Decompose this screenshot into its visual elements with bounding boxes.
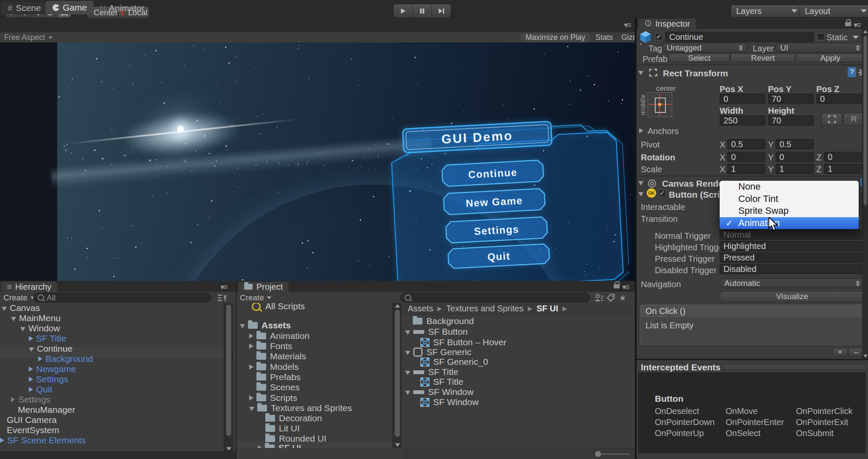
hierarchy-search-input[interactable]: All <box>33 293 211 302</box>
project-tree-item[interactable]: Scripts <box>249 393 297 403</box>
hierarchy-item[interactable]: MenuManager <box>11 405 75 415</box>
zoom-slider[interactable] <box>597 453 630 455</box>
pivot-y-field[interactable]: 0.5 <box>776 139 814 149</box>
project-file[interactable]: SF Window <box>405 387 473 397</box>
project-tree-item-selected[interactable]: SF UI <box>258 443 301 448</box>
project-tree-item[interactable]: Prefabs <box>256 372 300 382</box>
anchors-foldout-icon[interactable] <box>639 128 643 133</box>
width-field[interactable]: 250 <box>720 115 765 126</box>
project-tree-item[interactable]: All Scripts <box>252 303 305 311</box>
menu-item-sprite-swap[interactable]: Sprite Swap <box>720 205 859 217</box>
hierarchy-item-selected[interactable]: Continue <box>29 344 72 354</box>
navigation-dropdown[interactable]: Automatic <box>720 278 865 288</box>
project-file[interactable]: SF Title <box>405 367 458 377</box>
menu-item-color-tint[interactable]: Color Tint <box>720 193 859 205</box>
hierarchy-item[interactable]: MainMenu <box>11 313 61 323</box>
hierarchy-panel-menu-icon[interactable]: ▾≡ <box>220 283 227 292</box>
stats-button[interactable]: Stats <box>592 33 616 42</box>
project-tree-item[interactable]: Fonts <box>249 341 292 351</box>
raw-mode-button[interactable]: R <box>843 113 864 126</box>
scale-z-field[interactable]: 1 <box>824 164 865 174</box>
scale-x-field[interactable]: 1 <box>727 164 765 174</box>
hierarchy-item[interactable]: Settings <box>11 395 50 405</box>
hierarchy-item[interactable]: Canvas <box>2 303 40 313</box>
remove-event-button[interactable]: – <box>849 348 864 356</box>
project-create-button[interactable]: Create <box>240 293 271 302</box>
aspect-dropdown[interactable]: Free Aspect <box>4 33 53 42</box>
static-dropdown-icon[interactable] <box>853 36 859 39</box>
active-checkbox[interactable] <box>655 33 662 40</box>
project-tree-item[interactable]: Decoration <box>265 413 322 423</box>
tab-scene[interactable]: # Scene <box>1 2 48 14</box>
zoom-slider-knob[interactable] <box>595 451 601 457</box>
project-tree-item[interactable]: Textures and Sprites <box>249 403 352 413</box>
highlighted-trigger-field[interactable]: Highlighted <box>720 241 865 251</box>
section-splitter[interactable] <box>637 359 868 360</box>
project-tree-scrollbar[interactable] <box>392 303 402 448</box>
hierarchy-scrollbar[interactable] <box>224 303 234 451</box>
inspector-scrollbar[interactable] <box>862 29 868 359</box>
tab-game[interactable]: Game <box>46 1 94 14</box>
layer-dropdown[interactable]: UI <box>776 43 865 53</box>
game-panel-menu-icon[interactable]: ▾≡ <box>624 20 631 30</box>
prefab-apply-button[interactable]: Apply <box>796 53 865 62</box>
prefab-select-button[interactable]: Select <box>669 53 730 62</box>
hierarchy-create-button[interactable]: Create <box>3 293 35 302</box>
scroll-down-icon[interactable] <box>226 447 231 451</box>
hierarchy-item[interactable]: EventSystem <box>2 425 59 435</box>
hierarchy-filter-icon[interactable] <box>217 294 228 302</box>
breadcrumb-folder[interactable]: Textures and Sprites <box>446 304 523 313</box>
project-file[interactable]: SF Generic <box>405 347 471 357</box>
project-tree-item[interactable]: Scenes <box>256 382 300 392</box>
help-icon[interactable]: ? <box>848 67 856 77</box>
menu-item-animation-selected[interactable]: Animation <box>720 217 859 230</box>
favorites-star-icon[interactable]: ★ <box>619 293 626 303</box>
hierarchy-item[interactable]: Settings <box>29 374 68 384</box>
menu-item-none[interactable]: None <box>720 181 859 193</box>
normal-trigger-field[interactable]: Normal <box>720 230 865 240</box>
static-checkbox[interactable] <box>817 33 824 40</box>
foldout-icon[interactable] <box>638 181 643 185</box>
posy-field[interactable]: 70 <box>768 94 814 104</box>
pressed-trigger-field[interactable]: Pressed <box>720 252 865 263</box>
breadcrumb-assets[interactable]: Assets <box>408 304 433 313</box>
prefab-revert-button[interactable]: Revert <box>731 53 795 62</box>
component-enabled-checkbox[interactable] <box>659 190 666 197</box>
disabled-trigger-field[interactable]: Disabled <box>720 264 865 274</box>
project-file[interactable]: SF Title <box>420 377 463 387</box>
tab-hierarchy[interactable]: ≡ Hierarchy <box>1 282 57 292</box>
hierarchy-item[interactable]: Newgame <box>29 364 76 374</box>
foldout-icon[interactable] <box>638 192 643 196</box>
hierarchy-item[interactable]: SF Scene Elements <box>0 435 86 445</box>
rotation-y-field[interactable]: 0 <box>776 152 814 162</box>
posz-field[interactable]: 0 <box>816 94 865 104</box>
unlock-icon[interactable] <box>845 22 851 26</box>
project-tree-item[interactable]: Rounded UI <box>265 434 326 444</box>
tab-inspector[interactable]: ⓘ Inspector <box>638 19 696 29</box>
pivot-x-field[interactable]: 0.5 <box>727 139 765 149</box>
search-by-type-icon[interactable] <box>594 294 604 302</box>
layers-dropdown[interactable]: Layers <box>731 5 803 17</box>
posx-field[interactable]: 0 <box>720 94 765 104</box>
scroll-down-icon[interactable] <box>395 443 400 447</box>
height-field[interactable]: 70 <box>768 115 814 126</box>
hierarchy-item[interactable]: Quit <box>29 384 53 395</box>
project-tree-item[interactable]: Materials <box>256 351 306 361</box>
maximize-on-play-button[interactable]: Maximize on Play <box>520 33 590 42</box>
breadcrumb-current[interactable]: SF UI <box>537 304 558 313</box>
project-search-input[interactable] <box>400 293 590 302</box>
unlock-icon[interactable] <box>614 284 620 288</box>
pause-button[interactable] <box>413 4 432 18</box>
inspector-menu-icon[interactable]: ▾≡ <box>854 20 860 30</box>
scroll-up-icon[interactable] <box>863 30 868 33</box>
rotation-z-field[interactable]: 0 <box>824 152 865 162</box>
add-event-button[interactable]: + <box>832 348 848 356</box>
hierarchy-item[interactable]: GUI Camera <box>2 415 57 425</box>
project-tree-item[interactable]: Assets <box>240 320 291 330</box>
project-panel-menu-icon[interactable]: ▾≡ <box>622 283 629 292</box>
rotation-x-field[interactable]: 0 <box>727 152 765 162</box>
layout-dropdown[interactable]: Layout <box>799 5 868 17</box>
project-file[interactable]: SF Button <box>405 327 467 337</box>
project-file[interactable]: SF Window <box>420 397 479 407</box>
hierarchy-item[interactable]: Background <box>38 354 93 364</box>
